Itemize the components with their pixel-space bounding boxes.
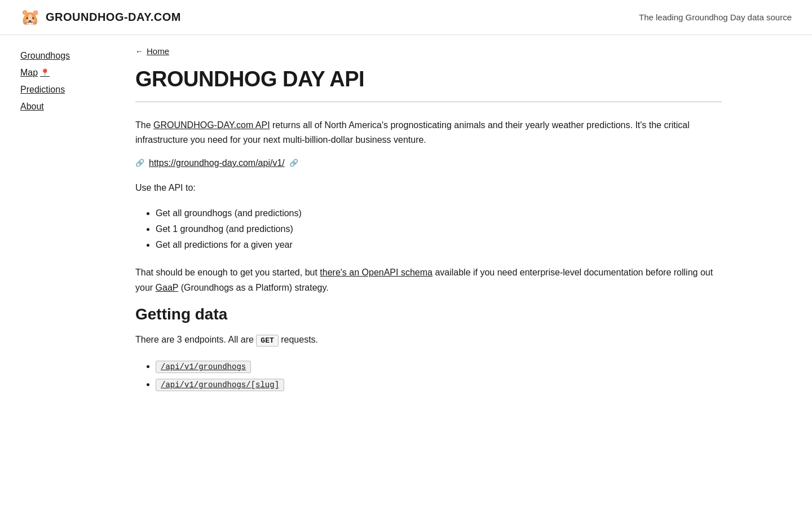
list-item: Get all predictions for a given year [156,237,722,253]
logo-link[interactable]: 🐹 GROUNDHOG-DAY.COM [20,8,181,27]
endpoints-list: /api/v1/groundhogs /api/v1/groundhogs/[s… [156,357,722,393]
endpoints-intro: There are 3 endpoints. All are GET reque… [135,332,722,347]
main-content: ← Home GROUNDHOG DAY API The GROUNDHOG-D… [124,35,744,427]
list-item: /api/v1/groundhogs/[slug] [156,375,722,393]
list-item: /api/v1/groundhogs [156,357,722,375]
sidebar-nav: Groundhogs Map 📍 Predictions About [20,49,104,114]
use-api-list: Get all groundhogs (and predictions) Get… [156,205,722,253]
use-api-heading-text: Use the API to: [135,181,722,195]
sidebar-item-about[interactable]: About [20,99,104,114]
endpoint-link-groundhog-slug[interactable]: /api/v1/groundhogs/[slug] [156,379,284,389]
intro-paragraph: The GROUNDHOG-DAY.com API returns all of… [135,118,722,148]
api-url-link[interactable]: https://groundhog-day.com/api/v1/ [149,158,285,168]
sidebar-item-label: Predictions [20,85,65,95]
list-item: Get 1 groundhog (and predictions) [156,221,722,237]
link-prefix-icon: 🔗 [135,159,144,167]
link-suffix-icon: 🔗 [289,159,298,167]
header-tagline: The leading Groundhog Day data source [639,12,792,22]
sidebar-item-label: Map [20,68,38,78]
endpoints-text-before: There are 3 endpoints. All are [135,335,256,344]
sidebar-item-label: About [20,102,44,112]
sidebar-item-map[interactable]: Map 📍 [20,65,104,80]
breadcrumb-arrow: ← [135,47,143,56]
breadcrumb: ← Home [135,46,722,56]
sidebar-item-groundhogs[interactable]: Groundhogs [20,49,104,63]
api-url-line: 🔗 https://groundhog-day.com/api/v1/ 🔗 [135,158,722,168]
openapi-schema-link[interactable]: there's an OpenAPI schema [320,268,433,277]
endpoint-link-groundhogs[interactable]: /api/v1/groundhogs [156,361,251,371]
sidebar-item-label: Groundhogs [20,51,70,61]
openapi-paragraph: That should be enough to get you started… [135,265,722,295]
breadcrumb-home-link[interactable]: Home [147,46,169,56]
page-layout: Groundhogs Map 📍 Predictions About ← Hom… [0,35,812,427]
get-badge: GET [256,335,278,347]
gaap-text-after: (Groundhogs as a Platform) strategy. [178,283,328,292]
logo-icon: 🐹 [20,8,40,27]
sidebar: Groundhogs Map 📍 Predictions About [0,35,124,427]
intro-api-link[interactable]: GROUNDHOG-DAY.com API [153,120,270,130]
header: 🐹 GROUNDHOG-DAY.COM The leading Groundho… [0,0,812,35]
map-icon: 📍 [40,68,50,77]
endpoints-text-after: requests. [279,335,318,344]
title-divider [135,102,722,102]
list-item: Get all groundhogs (and predictions) [156,205,722,221]
gaap-link[interactable]: GaaP [156,283,179,292]
openapi-text-before: That should be enough to get you started… [135,268,320,277]
getting-data-heading: Getting data [135,305,722,323]
page-title: GROUNDHOG DAY API [135,67,722,91]
sidebar-item-predictions[interactable]: Predictions [20,82,104,97]
intro-text-before: The [135,120,153,130]
logo-text: GROUNDHOG-DAY.COM [46,11,181,24]
